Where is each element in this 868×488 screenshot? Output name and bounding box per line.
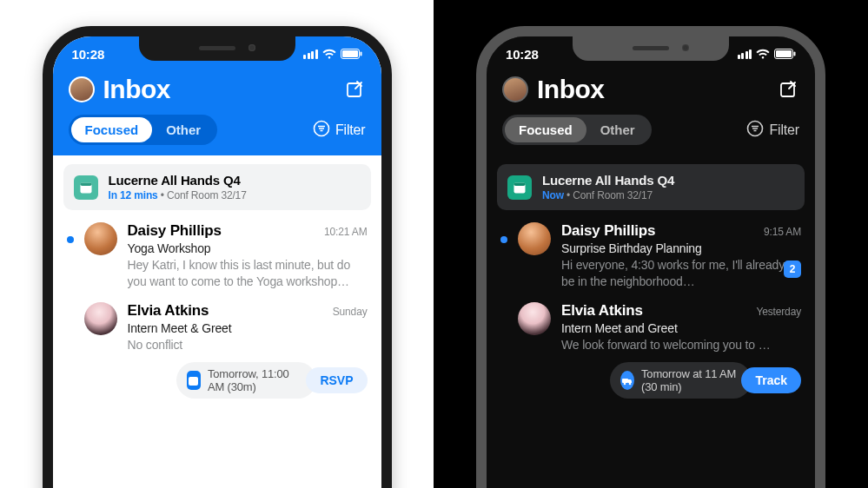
unread-dot	[500, 236, 507, 243]
message-time: 9:15 AM	[764, 226, 801, 238]
status-time: 10:28	[72, 47, 105, 62]
cellular-icon	[738, 49, 752, 59]
sender-name: Daisy Phillips	[561, 222, 655, 240]
meeting-time-label: Tomorrow at 11 AM (30 min)	[641, 367, 741, 393]
svg-point-16	[624, 382, 626, 385]
notch	[573, 36, 729, 61]
upcoming-event-chip[interactable]: Lucerne All Hands Q4 In 12 mins • Conf R…	[63, 164, 371, 210]
message-row[interactable]: Elvia Atkins Yesterday Intern Meet and G…	[497, 290, 805, 399]
message-row[interactable]: Elvia Atkins Sunday Intern Meet & Greet …	[63, 290, 371, 399]
filter-label: Filter	[769, 122, 799, 138]
sender-avatar	[518, 302, 551, 335]
filter-icon	[313, 120, 330, 141]
message-row[interactable]: Daisy Phillips 10:21 AM Yoga Workshop He…	[63, 210, 371, 290]
calendar-icon	[507, 175, 532, 200]
message-subject: Yoga Workshop	[128, 241, 368, 256]
account-avatar[interactable]	[69, 76, 95, 102]
svg-rect-1	[342, 50, 358, 57]
message-subject: Intern Meet & Greet	[128, 320, 368, 336]
svg-rect-2	[360, 52, 361, 56]
svg-rect-15	[622, 379, 628, 383]
notch	[139, 36, 295, 61]
meeting-chip[interactable]: Tomorrow at 11 AM (30 min)	[610, 362, 752, 399]
svg-rect-14	[514, 182, 526, 186]
filter-button[interactable]: Filter	[313, 120, 366, 141]
sender-avatar	[84, 222, 117, 255]
account-avatar[interactable]	[502, 76, 528, 102]
message-preview: No conflict	[128, 337, 368, 353]
event-title: Lucerne All Hands Q4	[542, 173, 674, 188]
phone-frame-light: 10:28 Inbox	[43, 26, 392, 488]
meeting-time-label: Tomorrow, 11:00 AM (30m)	[208, 367, 306, 393]
tab-focused[interactable]: Focused	[71, 117, 153, 142]
sender-name: Elvia Atkins	[128, 302, 209, 320]
meeting-chip[interactable]: Tomorrow, 11:00 AM (30m)	[176, 362, 317, 399]
delivery-truck-icon	[620, 371, 634, 390]
message-time: Sunday	[333, 306, 368, 318]
tab-other[interactable]: Other	[586, 117, 649, 142]
message-time: Yesterday	[757, 306, 802, 318]
wifi-icon	[756, 49, 770, 59]
upcoming-event-chip[interactable]: Lucerne All Hands Q4 Now • Conf Room 32/…	[497, 164, 805, 210]
message-row[interactable]: Daisy Phillips 9:15 AM Surprise Birthday…	[497, 210, 805, 290]
phone-frame-dark: 10:28 Inbox	[476, 26, 825, 488]
message-subject: Surprise Birthday Planning	[561, 241, 801, 256]
svg-rect-7	[189, 377, 198, 386]
event-subtitle: In 12 mins • Conf Room 32/17	[109, 189, 247, 201]
rsvp-button[interactable]: RSVP	[306, 367, 367, 393]
event-title: Lucerne All Hands Q4	[109, 173, 247, 188]
sender-avatar	[518, 222, 551, 255]
filter-label: Filter	[335, 122, 366, 138]
message-preview: We look forward to welcoming you to …	[561, 337, 801, 353]
page-title: Inbox	[103, 75, 171, 104]
calendar-chip-icon	[187, 371, 201, 390]
compose-icon[interactable]	[779, 79, 799, 100]
tab-other[interactable]: Other	[152, 117, 215, 142]
battery-icon	[341, 49, 362, 59]
wifi-icon	[322, 49, 336, 59]
svg-rect-6	[80, 182, 91, 186]
filter-icon	[746, 120, 764, 141]
sender-avatar	[84, 302, 117, 335]
cellular-icon	[303, 49, 318, 59]
message-time: 10:21 AM	[324, 226, 367, 238]
battery-icon	[774, 49, 796, 59]
status-time: 10:28	[506, 47, 539, 62]
tab-focused[interactable]: Focused	[505, 117, 586, 142]
message-preview: Hey Katri, I know this is last minute, b…	[128, 257, 368, 290]
unread-dot	[67, 236, 74, 243]
inbox-tabs: Focused Other	[69, 115, 218, 145]
calendar-icon	[74, 175, 98, 200]
svg-rect-10	[794, 52, 796, 56]
inbox-tabs: Focused Other	[502, 115, 652, 145]
unread-count-badge: 2	[784, 260, 801, 278]
sender-name: Daisy Phillips	[128, 222, 222, 240]
event-subtitle: Now • Conf Room 32/17	[542, 189, 674, 201]
compose-icon[interactable]	[345, 79, 366, 100]
sender-name: Elvia Atkins	[561, 302, 643, 320]
message-subject: Intern Meet and Greet	[561, 320, 801, 336]
svg-point-17	[629, 382, 632, 385]
message-preview: Hi everyone, 4:30 works for me, I'll alr…	[561, 257, 801, 290]
filter-button[interactable]: Filter	[746, 120, 799, 141]
page-title: Inbox	[537, 75, 605, 104]
track-button[interactable]: Track	[741, 367, 801, 393]
svg-rect-9	[776, 50, 792, 57]
